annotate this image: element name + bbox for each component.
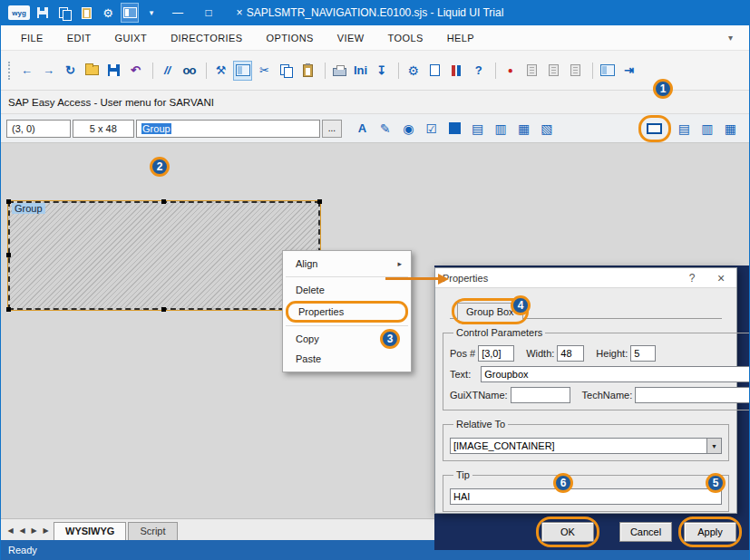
text-input[interactable]	[481, 366, 750, 382]
find-icon[interactable]: oo	[180, 61, 199, 81]
gear-icon[interactable]: ⚙	[404, 61, 423, 81]
script-window-icon[interactable]	[233, 61, 252, 81]
menu-file[interactable]: FILE	[21, 33, 44, 43]
tab-script[interactable]: Script	[128, 522, 177, 540]
html-tool-icon[interactable]: ▦	[721, 119, 740, 139]
quick-save-icon[interactable]	[34, 3, 52, 23]
menu-edit[interactable]: EDIT	[67, 33, 92, 43]
books-icon	[452, 65, 463, 76]
maximize-button[interactable]: □	[195, 2, 222, 24]
groupbox-tool-icon[interactable]	[645, 119, 665, 139]
names-row: GuiXTName: TechName:	[450, 387, 750, 403]
context-menu-item-properties[interactable]: Properties	[286, 301, 408, 323]
listbox-tool-icon[interactable]: ▥	[491, 119, 510, 139]
copy-icon[interactable]	[277, 61, 296, 81]
quick-copy-icon[interactable]	[55, 3, 73, 23]
close-button[interactable]: ×	[226, 2, 253, 24]
resize-handle[interactable]	[6, 307, 11, 312]
resize-handle[interactable]	[317, 199, 322, 204]
help-icon[interactable]: ?	[469, 61, 488, 81]
image-tool-icon[interactable]	[444, 119, 463, 139]
quick-panel-icon[interactable]	[121, 3, 139, 23]
resize-handle[interactable]	[6, 199, 11, 204]
height-input[interactable]	[630, 345, 656, 362]
comment-icon[interactable]: //	[158, 61, 177, 81]
save-icon[interactable]	[104, 61, 123, 81]
menubar-chevron-icon[interactable]: ▾	[728, 33, 733, 43]
table-tool-icon[interactable]: ▦	[514, 119, 533, 139]
groupbox-control[interactable]: Group	[8, 201, 320, 310]
pencil-tool-icon[interactable]: ✎	[375, 119, 394, 139]
menu-view[interactable]: VIEW	[337, 33, 365, 43]
radiobutton-tool-icon[interactable]: ◉	[399, 119, 418, 139]
record-icon[interactable]: ●	[501, 61, 520, 81]
guixt-name-label: GuiXTName:	[450, 390, 508, 401]
combobox-tool-icon[interactable]: ▤	[468, 119, 487, 139]
dialog-help-button[interactable]: ?	[684, 272, 700, 285]
width-input[interactable]	[557, 345, 584, 362]
menu-tools[interactable]: TOOLS	[388, 33, 424, 43]
refresh-icon[interactable]: ↻	[61, 61, 80, 81]
quick-gear-icon[interactable]: ⚙	[99, 3, 117, 23]
cut-icon[interactable]: ✂	[255, 61, 274, 81]
titlebar-chevron-icon[interactable]: ▾	[142, 3, 161, 23]
cancel-button[interactable]: Cancel	[619, 522, 672, 542]
tab-nav-last-icon[interactable]: ▶	[40, 526, 52, 540]
paste-icon[interactable]	[298, 61, 317, 81]
tech-name-input[interactable]	[635, 387, 750, 403]
resize-handle[interactable]	[161, 307, 166, 312]
relative-to-combobox[interactable]: ▼	[450, 438, 722, 454]
tab-wysiwyg[interactable]: WYSIWYG	[54, 522, 126, 540]
pos-input[interactable]	[478, 345, 514, 362]
tip-input[interactable]	[450, 488, 722, 505]
background-panel: Properties ? × Group Box Control Paramet…	[434, 266, 750, 550]
ellipsis-button[interactable]: ...	[322, 120, 342, 138]
ok-button-highlight: OK	[536, 517, 599, 547]
apply-button[interactable]: Apply	[684, 522, 736, 542]
export-ini-icon[interactable]: ↧	[372, 61, 391, 81]
menu-guixt[interactable]: GUIXT	[115, 33, 148, 43]
menu-options[interactable]: OPTIONS	[267, 33, 314, 43]
relative-to-value[interactable]	[450, 438, 706, 454]
pushbutton-tool-icon[interactable]: ▧	[537, 119, 556, 139]
guixt-name-input[interactable]	[511, 387, 570, 403]
minimize-button[interactable]: —	[164, 2, 191, 24]
quick-paste-icon[interactable]	[77, 3, 95, 23]
control-text-input[interactable]: Group	[136, 120, 320, 138]
toolbar-tool-icon[interactable]: ▤	[675, 119, 694, 139]
picture-tool-icon[interactable]: ▥	[697, 119, 716, 139]
tab-nav-first-icon[interactable]: ◀	[5, 526, 16, 540]
position-field[interactable]: (3, 0)	[6, 120, 71, 138]
tab-nav-next-icon[interactable]: ▶	[28, 526, 40, 540]
dialog-titlebar: Properties ? ×	[435, 268, 736, 288]
script-edit-icon[interactable]	[425, 61, 444, 81]
context-menu-item-paste[interactable]: Paste	[283, 349, 411, 369]
exit-icon[interactable]: ⇥	[619, 61, 638, 81]
context-menu-item-align[interactable]: Align ▸	[283, 254, 411, 274]
groupbox-label: Group	[12, 203, 45, 214]
ini-button[interactable]: Ini	[352, 61, 369, 81]
size-field[interactable]: 5 x 48	[73, 120, 135, 138]
text-tool-icon[interactable]: A	[353, 119, 372, 139]
preview-doc-icon[interactable]	[522, 61, 541, 81]
menu-help[interactable]: HELP	[447, 33, 474, 43]
resize-handle[interactable]	[6, 253, 11, 257]
undo-icon[interactable]: ↶	[126, 61, 145, 81]
back-icon[interactable]: ←	[17, 61, 36, 81]
doc2-icon[interactable]	[566, 61, 585, 81]
library-icon[interactable]	[447, 61, 466, 81]
resize-handle[interactable]	[161, 199, 166, 204]
dialog-close-button[interactable]: ×	[713, 271, 729, 285]
layout-icon[interactable]	[598, 61, 617, 81]
forward-icon[interactable]: →	[39, 61, 58, 81]
menu-directories[interactable]: DIRECTORIES	[170, 33, 242, 43]
open-folder-icon[interactable]	[83, 61, 102, 81]
print-icon[interactable]	[330, 61, 349, 81]
dropdown-arrow-icon[interactable]: ▼	[706, 438, 722, 454]
context-menu-separator	[286, 325, 408, 326]
doc-icon[interactable]	[544, 61, 563, 81]
ok-button[interactable]: OK	[541, 522, 594, 542]
tab-nav-prev-icon[interactable]: ◀	[16, 526, 28, 540]
wrench-icon[interactable]: ⚒	[211, 61, 230, 81]
checkbox-tool-icon[interactable]: ☑	[422, 119, 441, 139]
